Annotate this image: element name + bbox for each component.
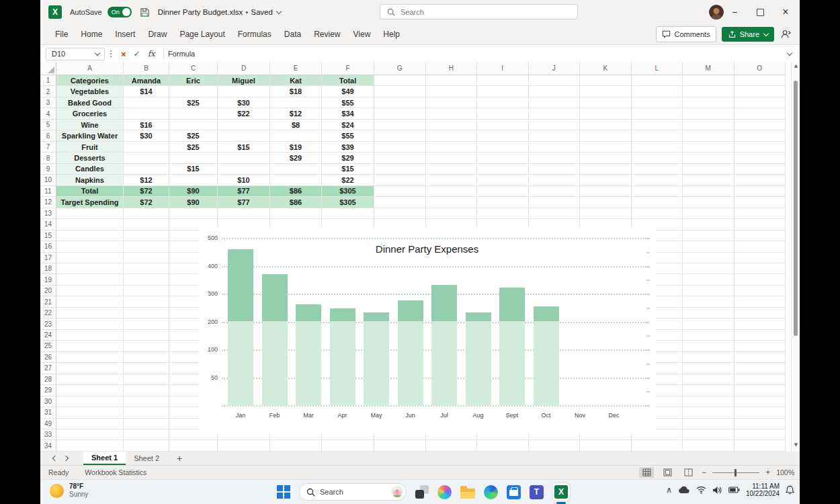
bar-may[interactable] [364, 312, 389, 405]
cell[interactable]: $19 [270, 142, 322, 153]
cell[interactable] [124, 352, 169, 363]
cell[interactable]: $29 [322, 153, 374, 163]
row-header-1[interactable]: 1 [40, 75, 56, 86]
cell[interactable] [632, 208, 683, 219]
cell[interactable] [683, 175, 734, 185]
row-header-25[interactable]: 25 [40, 341, 56, 351]
bar-feb[interactable] [262, 274, 288, 405]
cell[interactable] [683, 374, 734, 385]
row-header-34[interactable]: 34 [40, 440, 56, 451]
cell[interactable] [580, 208, 632, 219]
wifi-icon[interactable] [696, 486, 706, 494]
cell[interactable] [477, 175, 529, 185]
cell[interactable] [734, 175, 786, 185]
cell[interactable] [580, 153, 632, 163]
cell[interactable]: $10 [218, 175, 270, 185]
add-sheet-button[interactable]: + [177, 453, 182, 464]
column-header-A[interactable]: A [56, 62, 124, 75]
cell[interactable] [734, 296, 786, 307]
cell[interactable] [632, 153, 683, 163]
cell[interactable]: $30 [218, 97, 270, 108]
cell[interactable]: Wine [56, 120, 124, 130]
cell[interactable] [683, 75, 734, 86]
cell[interactable] [529, 164, 581, 175]
cell[interactable] [169, 208, 218, 219]
microsoft-store-icon[interactable] [507, 485, 521, 499]
bar-sept[interactable] [499, 288, 525, 405]
cell[interactable] [374, 164, 426, 175]
row-header-12[interactable]: 12 [40, 197, 56, 208]
cell[interactable] [683, 352, 734, 363]
page-break-view-icon[interactable] [681, 467, 696, 478]
weather-widget[interactable]: 78°F Sunny [50, 482, 88, 499]
cell[interactable] [270, 164, 322, 175]
column-header-D[interactable]: D [218, 62, 270, 75]
row-header-27[interactable]: 27 [40, 363, 56, 374]
cell[interactable]: $49 [322, 86, 374, 97]
cell[interactable] [124, 341, 169, 351]
copilot-icon[interactable] [437, 485, 452, 499]
cell[interactable] [124, 274, 169, 285]
cell[interactable] [56, 385, 124, 396]
cell[interactable] [56, 330, 124, 341]
people-icon[interactable] [780, 29, 792, 40]
cell[interactable] [734, 241, 786, 252]
cell[interactable] [580, 97, 632, 108]
cell[interactable]: $25 [169, 142, 218, 153]
cell[interactable] [426, 120, 478, 130]
cell[interactable] [426, 153, 478, 163]
column-header-C[interactable]: C [169, 62, 218, 75]
cell[interactable] [124, 363, 169, 374]
cell[interactable] [124, 219, 169, 230]
bar-apr[interactable] [330, 308, 355, 405]
cell[interactable] [529, 197, 581, 208]
cell[interactable] [529, 153, 581, 163]
cell[interactable]: $24 [322, 120, 374, 130]
cell[interactable] [56, 374, 124, 385]
normal-view-icon[interactable] [639, 467, 654, 478]
column-header-G[interactable]: G [374, 62, 426, 75]
cell[interactable] [734, 186, 786, 197]
cell[interactable]: Desserts [56, 153, 124, 163]
cell[interactable]: $72 [124, 186, 169, 197]
cell[interactable] [374, 130, 426, 141]
vertical-scrollbar[interactable]: ▲ ▼ [791, 62, 800, 452]
row-header-2[interactable]: 2 [40, 86, 56, 97]
menu-item-review[interactable]: Review [314, 30, 340, 39]
cell[interactable]: Target Spending [56, 197, 124, 208]
cell[interactable] [426, 164, 478, 175]
cell[interactable] [426, 108, 478, 119]
cell[interactable]: $22 [322, 175, 374, 185]
select-all-corner[interactable] [40, 62, 56, 75]
cell[interactable]: $55 [322, 130, 374, 141]
row-header-5[interactable]: 5 [40, 120, 56, 130]
cell[interactable] [580, 186, 632, 197]
cell[interactable]: Miguel [218, 75, 270, 86]
cell[interactable] [580, 175, 632, 185]
bar-jun[interactable] [398, 300, 423, 405]
next-sheet-icon[interactable] [60, 456, 71, 460]
cell[interactable] [124, 396, 169, 407]
cell[interactable] [683, 407, 734, 418]
cell[interactable] [124, 164, 169, 175]
menu-item-data[interactable]: Data [284, 30, 301, 39]
row-header-19[interactable]: 19 [40, 274, 56, 285]
formulabar-expand-chevron-icon[interactable] [787, 50, 792, 56]
cell[interactable]: $15 [322, 164, 374, 175]
bar-aug[interactable] [466, 312, 491, 405]
cell[interactable] [56, 296, 124, 307]
row-header-20[interactable]: 20 [40, 286, 56, 296]
cell[interactable] [56, 263, 124, 274]
cell[interactable] [56, 352, 124, 363]
cell[interactable] [529, 175, 581, 185]
cell[interactable] [124, 263, 169, 274]
cell[interactable] [56, 308, 124, 319]
cell[interactable] [529, 75, 581, 86]
cell[interactable] [218, 440, 270, 451]
tab-sheet1[interactable]: Sheet 1 [83, 452, 126, 465]
enter-formula-icon[interactable]: ✓ [130, 49, 144, 58]
cell[interactable] [124, 330, 169, 341]
cell[interactable] [683, 186, 734, 197]
menu-item-help[interactable]: Help [383, 30, 400, 39]
cell[interactable] [683, 86, 734, 97]
